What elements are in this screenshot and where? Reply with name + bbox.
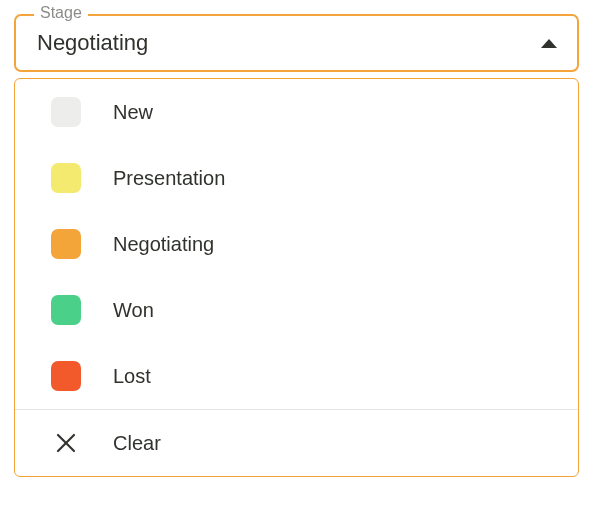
- stage-field-label: Stage: [34, 4, 88, 22]
- option-label-presentation: Presentation: [113, 167, 225, 190]
- option-won[interactable]: Won: [15, 277, 578, 343]
- swatch-presentation: [51, 163, 81, 193]
- option-label-won: Won: [113, 299, 154, 322]
- swatch-lost: [51, 361, 81, 391]
- stage-select-box[interactable]: Negotiating: [14, 14, 579, 72]
- close-icon: [51, 428, 81, 458]
- option-lost[interactable]: Lost: [15, 343, 578, 409]
- option-label-new: New: [113, 101, 153, 124]
- chevron-up-icon: [541, 39, 557, 48]
- option-negotiating[interactable]: Negotiating: [15, 211, 578, 277]
- stage-selected-value: Negotiating: [37, 30, 148, 56]
- option-label-negotiating: Negotiating: [113, 233, 214, 256]
- option-clear[interactable]: Clear: [15, 410, 578, 476]
- stage-dropdown: New Presentation Negotiating Won Lost: [14, 78, 579, 477]
- option-presentation[interactable]: Presentation: [15, 145, 578, 211]
- stage-select-container: Stage Negotiating New Presentation Negot…: [14, 14, 579, 477]
- option-label-lost: Lost: [113, 365, 151, 388]
- clear-label: Clear: [113, 432, 161, 455]
- option-new[interactable]: New: [15, 79, 578, 145]
- swatch-won: [51, 295, 81, 325]
- swatch-negotiating: [51, 229, 81, 259]
- swatch-new: [51, 97, 81, 127]
